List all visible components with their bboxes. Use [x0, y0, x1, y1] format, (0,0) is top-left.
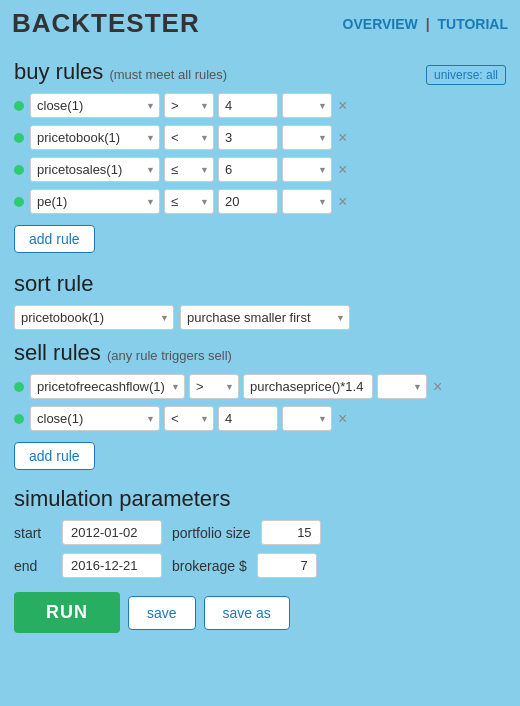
rule-dot	[14, 101, 24, 111]
buy-rule-1-field[interactable]: close(1)	[30, 93, 160, 118]
buy-rule-row: close(1) > < ≤ ≥ ×	[14, 93, 506, 118]
buy-rule-3-operator[interactable]: ≤ > < ≥	[164, 157, 214, 182]
portfolio-input[interactable]	[261, 520, 321, 545]
buy-rule-4-field-wrapper: pe(1)	[30, 189, 160, 214]
buy-rule-3-remove[interactable]: ×	[338, 162, 347, 178]
header-nav: OVERVIEW | TUTORIAL	[343, 16, 508, 32]
sort-field-wrapper: pricetobook(1)	[14, 305, 174, 330]
end-label: end	[14, 558, 52, 574]
rule-dot	[14, 382, 24, 392]
sell-add-rule-button[interactable]: add rule	[14, 442, 95, 470]
buy-rule-3-value2[interactable]	[282, 157, 332, 182]
buy-rule-1-value[interactable]	[218, 93, 278, 118]
sell-rules-title: sell rules (any rule triggers sell)	[14, 340, 506, 366]
app-title: BACKTESTER	[12, 8, 200, 39]
sell-rule-2-field-wrapper: close(1)	[30, 406, 160, 431]
buy-rule-3-value2-wrapper	[282, 157, 332, 182]
save-button[interactable]: save	[128, 596, 196, 630]
buy-rule-2-op-wrapper: < > ≤ ≥	[164, 125, 214, 150]
sort-field-select[interactable]: pricetobook(1)	[14, 305, 174, 330]
buy-rule-4-value[interactable]	[218, 189, 278, 214]
start-label: start	[14, 525, 52, 541]
sell-rule-2-op-wrapper: < > ≤ ≥	[164, 406, 214, 431]
brokerage-input[interactable]	[257, 553, 317, 578]
sort-rule-row: pricetobook(1) purchase smaller first pu…	[14, 305, 506, 330]
sell-rule-1-operator[interactable]: > < ≤ ≥	[189, 374, 239, 399]
sort-rule-title: sort rule	[14, 271, 506, 297]
buy-rule-4-field[interactable]: pe(1)	[30, 189, 160, 214]
sell-rule-1-value[interactable]	[243, 374, 373, 399]
sort-order-wrapper: purchase smaller first purchase larger f…	[180, 305, 350, 330]
save-as-button[interactable]: save as	[204, 596, 290, 630]
sim-row-start: start portfolio size	[14, 520, 506, 545]
portfolio-label: portfolio size	[172, 525, 251, 541]
sell-rule-2-value[interactable]	[218, 406, 278, 431]
sell-rules-subtitle: (any rule triggers sell)	[107, 348, 232, 363]
sell-rule-1-field-wrapper: pricetofreecashflow(1)	[30, 374, 185, 399]
rule-dot	[14, 197, 24, 207]
buy-rule-1-op-wrapper: > < ≤ ≥	[164, 93, 214, 118]
universe-badge[interactable]: universe: all	[426, 65, 506, 85]
buttons-row: RUN save save as	[14, 592, 506, 633]
run-button[interactable]: RUN	[14, 592, 120, 633]
buy-rule-2-value[interactable]	[218, 125, 278, 150]
buy-rules-title-row: buy rules (must meet all rules) universe…	[14, 49, 506, 93]
sell-rule-1-value2[interactable]	[377, 374, 427, 399]
buy-rule-1-operator[interactable]: > < ≤ ≥	[164, 93, 214, 118]
buy-rule-3-field-wrapper: pricetosales(1)	[30, 157, 160, 182]
sell-rule-1-value2-wrapper	[377, 374, 427, 399]
overview-link[interactable]: OVERVIEW	[343, 16, 418, 32]
sell-rule-2-remove[interactable]: ×	[338, 411, 347, 427]
buy-rule-2-value2-wrapper	[282, 125, 332, 150]
rule-dot	[14, 165, 24, 175]
buy-add-rule-button[interactable]: add rule	[14, 225, 95, 253]
buy-rule-4-remove[interactable]: ×	[338, 194, 347, 210]
buy-rule-row: pricetobook(1) < > ≤ ≥ ×	[14, 125, 506, 150]
buy-rule-3-value[interactable]	[218, 157, 278, 182]
sim-row-end: end brokerage $	[14, 553, 506, 578]
rule-dot	[14, 414, 24, 424]
buy-rules-subtitle: (must meet all rules)	[109, 67, 227, 82]
buy-rule-1-value2-wrapper	[282, 93, 332, 118]
tutorial-link[interactable]: TUTORIAL	[437, 16, 508, 32]
buy-rule-1-remove[interactable]: ×	[338, 98, 347, 114]
end-input[interactable]	[62, 553, 162, 578]
sell-rule-1-field[interactable]: pricetofreecashflow(1)	[30, 374, 185, 399]
buy-rule-2-field[interactable]: pricetobook(1)	[30, 125, 160, 150]
sell-rule-row: close(1) < > ≤ ≥ ×	[14, 406, 506, 431]
start-input[interactable]	[62, 520, 162, 545]
sell-rule-1-op-wrapper: > < ≤ ≥	[189, 374, 239, 399]
buy-rule-2-field-wrapper: pricetobook(1)	[30, 125, 160, 150]
buy-rule-4-value2-wrapper	[282, 189, 332, 214]
buy-rules-container: close(1) > < ≤ ≥ ×	[14, 93, 506, 214]
sort-order-select[interactable]: purchase smaller first purchase larger f…	[180, 305, 350, 330]
sell-rule-row: pricetofreecashflow(1) > < ≤ ≥ ×	[14, 374, 506, 399]
sell-rule-2-value2-wrapper	[282, 406, 332, 431]
sell-rule-2-field[interactable]: close(1)	[30, 406, 160, 431]
sell-rule-2-value2[interactable]	[282, 406, 332, 431]
buy-rule-2-value2[interactable]	[282, 125, 332, 150]
sell-rule-1-remove[interactable]: ×	[433, 379, 442, 395]
buy-rule-3-field[interactable]: pricetosales(1)	[30, 157, 160, 182]
buy-rule-1-value2[interactable]	[282, 93, 332, 118]
buy-rule-2-remove[interactable]: ×	[338, 130, 347, 146]
buy-rule-1-field-wrapper: close(1)	[30, 93, 160, 118]
header: BACKTESTER OVERVIEW | TUTORIAL	[0, 0, 520, 45]
rule-dot	[14, 133, 24, 143]
buy-rule-4-value2[interactable]	[282, 189, 332, 214]
buy-rule-4-operator[interactable]: ≤ > < ≥	[164, 189, 214, 214]
simulation-title: simulation parameters	[14, 486, 506, 512]
buy-rule-4-op-wrapper: ≤ > < ≥	[164, 189, 214, 214]
brokerage-label: brokerage $	[172, 558, 247, 574]
buy-rule-row: pe(1) ≤ > < ≥ ×	[14, 189, 506, 214]
sell-rules-container: pricetofreecashflow(1) > < ≤ ≥ ×	[14, 374, 506, 431]
nav-separator: |	[426, 16, 430, 32]
main-content: buy rules (must meet all rules) universe…	[0, 45, 520, 647]
sell-rule-2-operator[interactable]: < > ≤ ≥	[164, 406, 214, 431]
buy-rules-title: buy rules (must meet all rules)	[14, 59, 227, 85]
buy-rule-2-operator[interactable]: < > ≤ ≥	[164, 125, 214, 150]
buy-rule-3-op-wrapper: ≤ > < ≥	[164, 157, 214, 182]
buy-rule-row: pricetosales(1) ≤ > < ≥ ×	[14, 157, 506, 182]
